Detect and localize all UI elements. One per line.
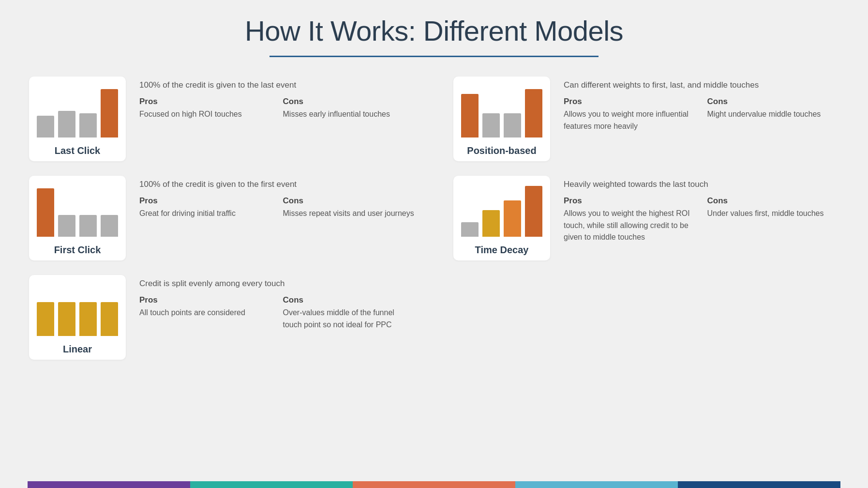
pros-cons-last-click: ProsFocused on high ROI touchesConsMisse… (139, 97, 415, 121)
bar-position-based-3 (525, 89, 542, 137)
bar-first-click-3 (101, 215, 118, 237)
model-cell-position-based: Position-basedCan different weights to f… (453, 76, 839, 161)
bar-last-click-2 (79, 113, 97, 137)
chart-bars-linear (37, 283, 118, 336)
pros-text-time-decay: Allows you to weight the highest ROI tou… (564, 208, 696, 244)
bar-last-click-0 (37, 116, 54, 137)
model-desc-linear: Credit is split evenly among every touch (139, 278, 415, 290)
pros-cons-linear: ProsAll touch points are consideredConsO… (139, 295, 415, 331)
bar-first-click-1 (58, 215, 75, 237)
footer-seg-teal (190, 481, 353, 488)
bar-linear-0 (37, 302, 54, 336)
bar-last-click-1 (58, 111, 75, 137)
cons-label-linear: Cons (283, 295, 415, 305)
cons-col-position-based: ConsMight undervalue middle touches (707, 97, 839, 133)
model-info-position-based: Can different weights to first, last, an… (564, 76, 839, 132)
pros-label-position-based: Pros (564, 97, 696, 107)
chart-box-first-click: First Click (29, 176, 126, 260)
pros-label-time-decay: Pros (564, 196, 696, 206)
bar-position-based-0 (461, 94, 479, 137)
chart-label-last-click: Last Click (55, 145, 100, 156)
bar-linear-1 (58, 302, 75, 336)
cons-text-first-click: Misses repeat visits and user journeys (283, 208, 415, 220)
models-grid: Last Click100% of the credit is given to… (29, 76, 839, 360)
chart-box-last-click: Last Click (29, 76, 126, 161)
bar-time-decay-1 (482, 210, 500, 237)
model-desc-last-click: 100% of the credit is given to the last … (139, 79, 415, 91)
chart-label-linear: Linear (63, 344, 92, 355)
pros-cons-first-click: ProsGreat for driving initial trafficCon… (139, 196, 415, 220)
bar-time-decay-2 (504, 200, 521, 237)
bar-position-based-2 (504, 113, 521, 137)
model-info-first-click: 100% of the credit is given to the first… (139, 176, 415, 220)
model-desc-first-click: 100% of the credit is given to the first… (139, 179, 415, 190)
model-info-time-decay: Heavily weighted towards the last touchP… (564, 176, 839, 244)
cons-label-last-click: Cons (283, 97, 415, 107)
chart-label-time-decay: Time Decay (475, 244, 529, 256)
pros-cons-position-based: ProsAllows you to weight more influentia… (564, 97, 839, 133)
bar-first-click-0 (37, 188, 54, 237)
footer-seg-orange (353, 481, 515, 488)
pros-label-first-click: Pros (139, 196, 271, 206)
chart-box-position-based: Position-based (453, 76, 550, 161)
cons-label-position-based: Cons (707, 97, 839, 107)
model-desc-time-decay: Heavily weighted towards the last touch (564, 179, 839, 190)
footer-seg-dark-blue (678, 481, 840, 488)
cons-col-time-decay: ConsUnder values first, middle touches (707, 196, 839, 244)
chart-box-time-decay: Time Decay (453, 176, 550, 260)
pros-text-position-based: Allows you to weight more influential fe… (564, 108, 696, 133)
footer-seg-light-blue (515, 481, 678, 488)
chart-bars-last-click (37, 84, 118, 137)
pros-col-time-decay: ProsAllows you to weight the highest ROI… (564, 196, 696, 244)
pros-col-linear: ProsAll touch points are considered (139, 295, 271, 331)
cons-text-linear: Over-values middle of the funnel touch p… (283, 307, 415, 331)
footer-bar (28, 481, 840, 488)
chart-label-position-based: Position-based (467, 145, 536, 156)
cons-col-last-click: ConsMisses early influential touches (283, 97, 415, 121)
bar-last-click-3 (101, 89, 118, 137)
cons-text-last-click: Misses early influential touches (283, 108, 415, 121)
cons-label-time-decay: Cons (707, 196, 839, 206)
pros-cons-time-decay: ProsAllows you to weight the highest ROI… (564, 196, 839, 244)
pros-col-last-click: ProsFocused on high ROI touches (139, 97, 271, 121)
cons-text-time-decay: Under values first, middle touches (707, 208, 839, 220)
model-cell-time-decay: Time DecayHeavily weighted towards the l… (453, 176, 839, 260)
cons-text-position-based: Might undervalue middle touches (707, 108, 839, 121)
page-title: How It Works: Different Models (245, 15, 623, 47)
chart-bars-position-based (461, 84, 542, 137)
pros-col-position-based: ProsAllows you to weight more influentia… (564, 97, 696, 133)
title-underline (269, 56, 599, 57)
footer-seg-purple (28, 481, 190, 488)
bar-first-click-2 (79, 215, 97, 237)
bar-position-based-1 (482, 113, 500, 137)
pros-label-last-click: Pros (139, 97, 271, 107)
model-cell-last-click: Last Click100% of the credit is given to… (29, 76, 415, 161)
pros-text-first-click: Great for driving initial traffic (139, 208, 271, 220)
model-desc-position-based: Can different weights to first, last, an… (564, 79, 839, 91)
chart-bars-time-decay (461, 183, 542, 237)
pros-label-linear: Pros (139, 295, 271, 305)
chart-box-linear: Linear (29, 275, 126, 360)
pros-col-first-click: ProsGreat for driving initial traffic (139, 196, 271, 220)
chart-bars-first-click (37, 183, 118, 237)
bar-linear-2 (79, 302, 97, 336)
cons-col-first-click: ConsMisses repeat visits and user journe… (283, 196, 415, 220)
pros-text-linear: All touch points are considered (139, 307, 271, 319)
model-cell-first-click: First Click100% of the credit is given t… (29, 176, 415, 260)
chart-label-first-click: First Click (54, 244, 101, 256)
bar-time-decay-0 (461, 222, 479, 237)
model-cell-linear: LinearCredit is split evenly among every… (29, 275, 415, 360)
model-info-last-click: 100% of the credit is given to the last … (139, 76, 415, 121)
bar-time-decay-3 (525, 186, 542, 237)
pros-text-last-click: Focused on high ROI touches (139, 108, 271, 121)
model-info-linear: Credit is split evenly among every touch… (139, 275, 415, 331)
cons-col-linear: ConsOver-values middle of the funnel tou… (283, 295, 415, 331)
cons-label-first-click: Cons (283, 196, 415, 206)
bar-linear-3 (101, 302, 118, 336)
